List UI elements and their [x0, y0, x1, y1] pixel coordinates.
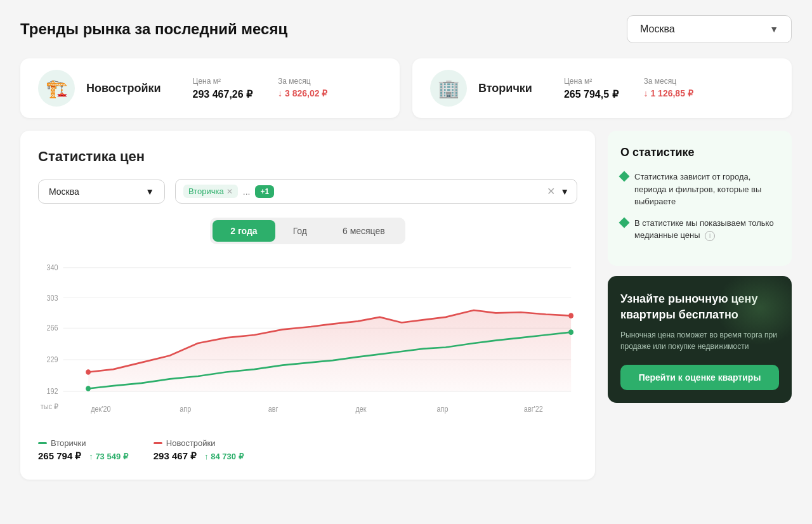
secondary-change-group: За месяц 1 126,85 ₽: [644, 77, 693, 100]
info-panel-title: О статистике: [620, 146, 779, 159]
diamond-icon-2: [619, 217, 630, 228]
svg-marker-17: [88, 310, 571, 391]
svg-point-19: [568, 329, 573, 335]
svg-text:303: 303: [47, 294, 58, 302]
legend-green-change: ↑ 73 549 ₽: [89, 452, 128, 461]
new-buildings-price-group: Цена м² 293 467,26 ₽: [193, 77, 253, 100]
svg-text:192: 192: [47, 388, 58, 396]
svg-text:апр: апр: [180, 405, 191, 414]
info-text-2: В статистике мы показываем только медиан…: [634, 217, 779, 242]
svg-text:авг: авг: [268, 405, 278, 414]
tags-filter-select[interactable]: Вторичка ✕ ... +1 ✕ ▼: [175, 179, 577, 204]
secondary-name: Вторички: [478, 82, 532, 95]
chevron-down-icon: ▼: [769, 24, 778, 34]
new-buildings-card: 🏗️ Новостройки Цена м² 293 467,26 ₽ За м…: [20, 58, 400, 118]
info-circle-icon[interactable]: i: [705, 231, 715, 241]
right-sidebar: О статистике Статистика зависит от город…: [608, 131, 792, 480]
tab-year[interactable]: Год: [275, 220, 325, 242]
legend-red-change: ↑ 84 730 ₽: [204, 452, 244, 461]
city-select-header[interactable]: Москва ▼: [627, 15, 792, 43]
svg-text:229: 229: [47, 356, 58, 364]
new-buildings-price-value: 293 467,26 ₽: [193, 88, 253, 100]
tag-chip-remove[interactable]: ✕: [226, 187, 233, 196]
new-buildings-price-label: Цена м²: [193, 77, 253, 86]
secondary-change-label: За месяц: [644, 77, 693, 86]
info-text-1: Статистика зависит от города, периода и …: [634, 171, 779, 208]
svg-point-20: [86, 369, 91, 375]
legend-green-dot: [38, 442, 47, 444]
price-chart: 340 303 266 229 192 тыс ₽ дек'20 апр авг…: [38, 261, 577, 426]
new-buildings-change-value: 3 826,02 ₽: [278, 88, 327, 98]
period-tabs-container: 2 года Год 6 месяцев: [38, 218, 577, 254]
svg-point-21: [568, 313, 573, 318]
chart-container: 340 303 266 229 192 тыс ₽ дек'20 апр авг…: [38, 261, 577, 426]
legend-red-dot: [154, 442, 162, 444]
info-item-2: В статистике мы показываем только медиан…: [620, 217, 779, 242]
promo-button[interactable]: Перейти к оценке квартиры: [620, 365, 779, 390]
secondary-card: 🏢 Вторички Цена м² 265 794,5 ₽ За месяц …: [412, 58, 792, 118]
tab-6-months[interactable]: 6 месяцев: [325, 220, 403, 242]
secondary-price-value: 265 794,5 ₽: [564, 88, 619, 100]
market-cards-row: 🏗️ Новостройки Цена м² 293 467,26 ₽ За м…: [20, 58, 792, 118]
page-header: Тренды рынка за последний месяц Москва ▼: [20, 15, 792, 43]
svg-point-18: [86, 386, 91, 391]
svg-text:апр: апр: [437, 405, 449, 414]
info-item-1: Статистика зависит от города, периода и …: [620, 171, 779, 208]
city-select-value: Москва: [640, 23, 675, 35]
diamond-icon-1: [619, 171, 630, 182]
new-buildings-name: Новостройки: [86, 82, 161, 95]
period-tabs: 2 года Год 6 месяцев: [210, 218, 405, 244]
tag-chip-label: Вторичка: [188, 187, 224, 196]
svg-text:дек: дек: [355, 405, 367, 414]
stats-panel-title: Статистика цен: [38, 148, 577, 165]
legend-green-label: Вторички: [51, 438, 86, 448]
tab-2-years[interactable]: 2 года: [213, 220, 275, 242]
svg-text:266: 266: [47, 324, 58, 332]
chart-legend: Вторички 265 794 ₽ ↑ 73 549 ₽ Новостройк…: [38, 432, 577, 462]
secondary-icon: 🏢: [430, 70, 467, 107]
secondary-price-group: Цена м² 265 794,5 ₽: [564, 77, 619, 100]
legend-green: Вторички 265 794 ₽ ↑ 73 549 ₽: [38, 438, 128, 462]
city-filter-select[interactable]: Москва ▼: [38, 180, 165, 204]
city-filter-value: Москва: [49, 187, 79, 197]
promo-panel: Узнайте рыночную цену квартиры бесплатно…: [608, 276, 792, 403]
new-buildings-icon: 🏗️: [38, 70, 75, 107]
promo-title: Узнайте рыночную цену квартиры бесплатно: [620, 291, 779, 323]
new-buildings-change-group: За месяц 3 826,02 ₽: [278, 77, 327, 100]
svg-text:авг'22: авг'22: [524, 405, 543, 414]
new-buildings-stats: Цена м² 293 467,26 ₽ За месяц 3 826,02 ₽: [193, 77, 328, 100]
legend-green-value: 265 794 ₽: [38, 450, 81, 461]
filter-tags-right: ✕ ▼: [547, 185, 569, 197]
tag-plus-badge[interactable]: +1: [255, 185, 274, 198]
legend-red: Новостройки 293 467 ₽ ↑ 84 730 ₽: [154, 438, 244, 462]
main-section: Статистика цен Москва ▼ Вторичка ✕ ... +…: [20, 131, 792, 480]
legend-red-value: 293 467 ₽: [154, 450, 197, 461]
chevron-down-icon[interactable]: ▼: [560, 187, 569, 197]
svg-text:тыс ₽: тыс ₽: [41, 403, 58, 411]
secondary-change-value: 1 126,85 ₽: [644, 88, 693, 98]
legend-red-label: Новостройки: [166, 438, 216, 448]
promo-desc: Рыночная цена поможет во время торга при…: [620, 329, 779, 352]
stats-panel: Статистика цен Москва ▼ Вторичка ✕ ... +…: [20, 131, 595, 480]
page-title: Тренды рынка за последний месяц: [20, 20, 287, 38]
chevron-down-icon: ▼: [145, 187, 154, 197]
info-panel: О статистике Статистика зависит от город…: [608, 131, 792, 266]
secondary-price-label: Цена м²: [564, 77, 619, 86]
tag-chip-secondary[interactable]: Вторичка ✕: [183, 185, 238, 198]
clear-tags-icon[interactable]: ✕: [547, 185, 555, 197]
tag-ellipsis: ...: [243, 187, 251, 197]
filters-row: Москва ▼ Вторичка ✕ ... +1 ✕ ▼: [38, 179, 577, 204]
tags-row: Вторичка ✕ ... +1: [183, 185, 274, 198]
svg-text:340: 340: [47, 264, 58, 272]
svg-text:дек'20: дек'20: [91, 405, 110, 414]
new-buildings-change-label: За месяц: [278, 77, 327, 86]
secondary-stats: Цена м² 265 794,5 ₽ За месяц 1 126,85 ₽: [564, 77, 693, 100]
